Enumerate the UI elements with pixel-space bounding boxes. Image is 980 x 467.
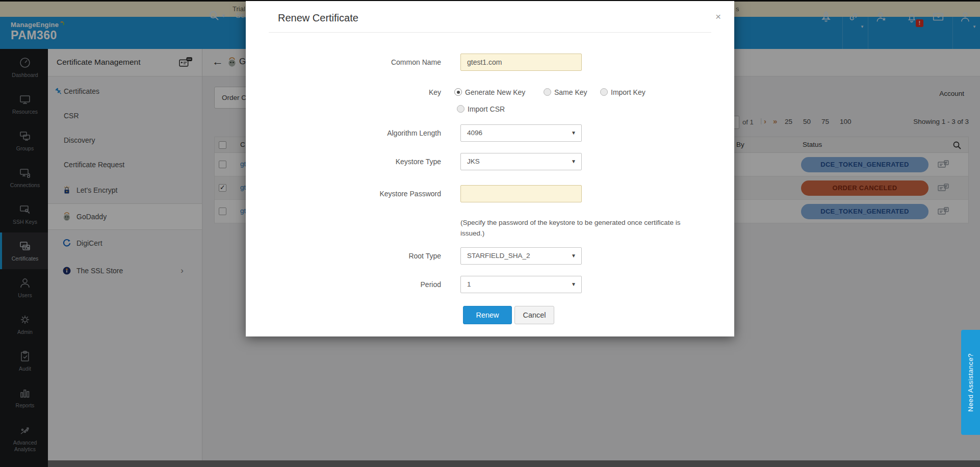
algorithm-length-label: Algorithm Length xyxy=(246,124,441,142)
root-type-label: Root Type xyxy=(246,247,441,265)
radio-import-csr[interactable] xyxy=(457,105,465,113)
keystore-password-input[interactable] xyxy=(460,185,582,202)
renew-button[interactable]: Renew xyxy=(463,306,512,324)
algorithm-length-select[interactable]: 4096▼ xyxy=(460,124,582,142)
screen: Trial s ManageEngine PAM360 ▼ Sea ▼ ! ▼ … xyxy=(0,0,980,467)
keystore-password-label: Keystore Password xyxy=(246,185,441,202)
radio-import-key[interactable] xyxy=(600,88,608,96)
select-caret-icon: ▼ xyxy=(571,125,576,141)
radio-generate-new-key-label[interactable]: Generate New Key xyxy=(465,88,525,96)
key-label: Key xyxy=(246,87,441,98)
root-type-select[interactable]: STARFIELD_SHA_2▼ xyxy=(460,247,582,265)
radio-same-key[interactable] xyxy=(544,88,551,96)
radio-import-key-label[interactable]: Import Key xyxy=(611,88,646,96)
common-name-input[interactable]: gtest1.com xyxy=(460,54,582,71)
select-caret-icon: ▼ xyxy=(571,153,576,170)
radio-import-csr-label[interactable]: Import CSR xyxy=(468,105,505,113)
select-caret-icon: ▼ xyxy=(571,248,576,264)
modal-divider xyxy=(269,32,711,33)
radio-same-key-label[interactable]: Same Key xyxy=(554,88,587,96)
radio-generate-new-key[interactable] xyxy=(454,88,462,96)
close-icon[interactable]: × xyxy=(715,11,721,22)
need-assistance-label: Need Assistance? xyxy=(967,353,974,411)
modal-title: Renew Certificate xyxy=(278,12,358,24)
renew-certificate-modal: Renew Certificate × Common Name gtest1.c… xyxy=(246,1,734,336)
period-label: Period xyxy=(246,276,441,293)
period-select[interactable]: 1▼ xyxy=(460,276,582,293)
cancel-button[interactable]: Cancel xyxy=(514,306,554,324)
keystore-password-note: (Specify the password of the keystore to… xyxy=(460,217,692,239)
keystore-type-label: Keystore Type xyxy=(246,153,441,170)
need-assistance-tab[interactable]: Need Assistance? xyxy=(961,330,980,435)
common-name-label: Common Name xyxy=(246,54,441,71)
keystore-type-select[interactable]: JKS▼ xyxy=(460,153,582,170)
select-caret-icon: ▼ xyxy=(571,276,576,293)
